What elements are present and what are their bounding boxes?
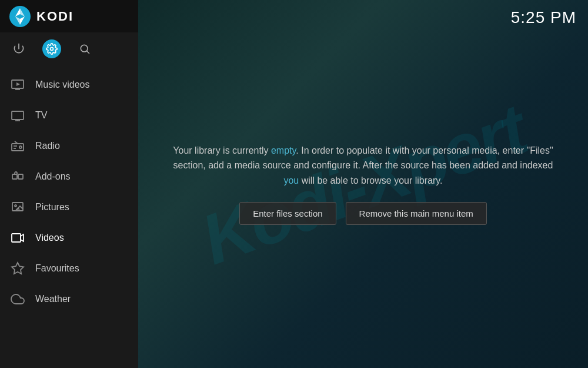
sidebar-item-label-add-ons: Add-ons xyxy=(35,171,71,182)
svg-line-7 xyxy=(87,51,89,53)
app-title: KODI xyxy=(36,9,74,24)
pictures-icon xyxy=(9,199,26,216)
svg-rect-20 xyxy=(18,174,23,179)
sidebar-item-tv[interactable]: TV xyxy=(0,100,138,131)
svg-point-22 xyxy=(15,205,16,207)
sidebar-toolbar xyxy=(0,32,138,65)
music-videos-icon xyxy=(9,77,26,93)
videos-icon xyxy=(9,230,26,246)
svg-rect-23 xyxy=(12,234,21,242)
settings-button[interactable] xyxy=(42,39,61,58)
sidebar-item-label-pictures: Pictures xyxy=(35,202,69,213)
search-button[interactable] xyxy=(75,39,94,58)
power-button[interactable] xyxy=(9,39,28,58)
sidebar-item-favourites[interactable]: Favourites xyxy=(0,253,138,284)
kodi-logo-icon xyxy=(9,6,31,27)
svg-rect-19 xyxy=(12,174,17,179)
svg-rect-11 xyxy=(12,111,24,120)
svg-marker-25 xyxy=(12,263,24,274)
sidebar-item-label-tv: TV xyxy=(35,110,47,121)
info-text: Your library is currently empty. In orde… xyxy=(169,143,557,188)
sidebar-nav: Music videos TV xyxy=(0,65,138,368)
weather-icon xyxy=(9,291,26,307)
sidebar-item-music-videos[interactable]: Music videos xyxy=(0,69,138,100)
sidebar-header: KODI xyxy=(0,0,138,32)
center-panel: Your library is currently empty. In orde… xyxy=(169,143,557,226)
clock: 5:25 PM xyxy=(511,8,576,27)
sidebar-item-pictures[interactable]: Pictures xyxy=(0,192,138,223)
info-text-empty: empty xyxy=(271,145,296,155)
sidebar-item-videos[interactable]: Videos xyxy=(0,223,138,253)
action-buttons: Enter files section Remove this main men… xyxy=(239,202,487,225)
sidebar-item-label-favourites: Favourites xyxy=(35,263,79,274)
sidebar-item-label-videos: Videos xyxy=(35,233,64,243)
svg-marker-9 xyxy=(16,82,20,86)
enter-files-button[interactable]: Enter files section xyxy=(239,202,336,225)
info-text-part1: Your library is currently xyxy=(173,145,271,155)
svg-point-5 xyxy=(51,47,54,50)
sidebar-item-label-weather: Weather xyxy=(35,294,71,304)
svg-point-6 xyxy=(81,45,88,52)
sidebar-item-add-ons[interactable]: Add-ons xyxy=(0,161,138,192)
svg-marker-24 xyxy=(21,234,24,241)
info-text-part3: will be able to browse your library. xyxy=(299,175,442,185)
sidebar-item-label-radio: Radio xyxy=(35,141,60,151)
main-content: Kodi-Xpert 5:25 PM Your library is curre… xyxy=(138,0,588,368)
svg-point-15 xyxy=(19,146,22,148)
info-text-you: you xyxy=(283,175,299,185)
sidebar: KODI xyxy=(0,0,138,368)
favourites-icon xyxy=(9,260,26,277)
radio-icon xyxy=(9,138,26,154)
remove-menu-item-button[interactable]: Remove this main menu item xyxy=(346,202,487,225)
tv-icon xyxy=(9,107,26,124)
sidebar-item-label-music-videos: Music videos xyxy=(35,79,89,90)
sidebar-item-radio[interactable]: Radio xyxy=(0,131,138,161)
add-ons-icon xyxy=(9,168,26,185)
sidebar-item-weather[interactable]: Weather xyxy=(0,284,138,314)
